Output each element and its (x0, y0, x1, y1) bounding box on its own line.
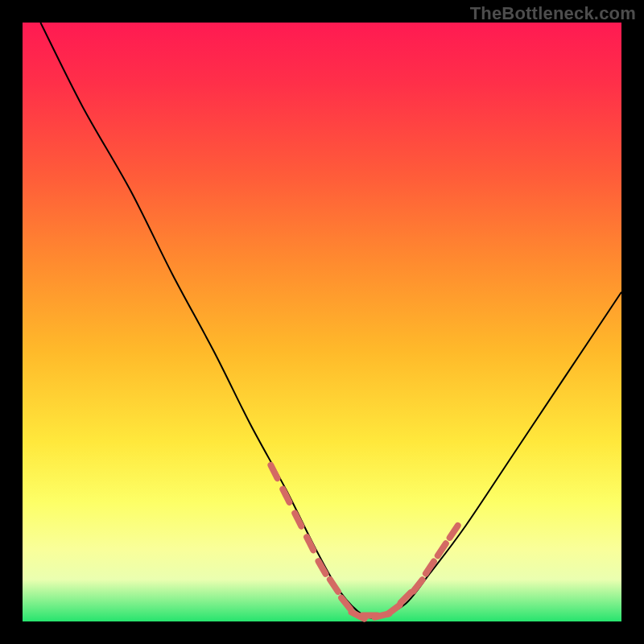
curve-marker (450, 526, 458, 538)
curve-line (40, 23, 621, 617)
watermark-text: TheBottleneck.com (470, 3, 636, 24)
curve-marker (413, 580, 422, 591)
curve-marker (283, 489, 289, 502)
curve-marker (319, 561, 326, 574)
curve-marker (426, 562, 434, 574)
curve-marker (341, 598, 350, 609)
curve-marker (388, 605, 399, 614)
curve-marker (270, 465, 277, 478)
curve-marker (307, 537, 313, 550)
curve-marker (330, 580, 338, 592)
plot-area (23, 23, 621, 621)
curve-marker (295, 513, 301, 526)
curve-markers (270, 465, 457, 619)
chart-frame: TheBottleneck.com (0, 0, 644, 644)
bottleneck-curve (23, 23, 621, 621)
